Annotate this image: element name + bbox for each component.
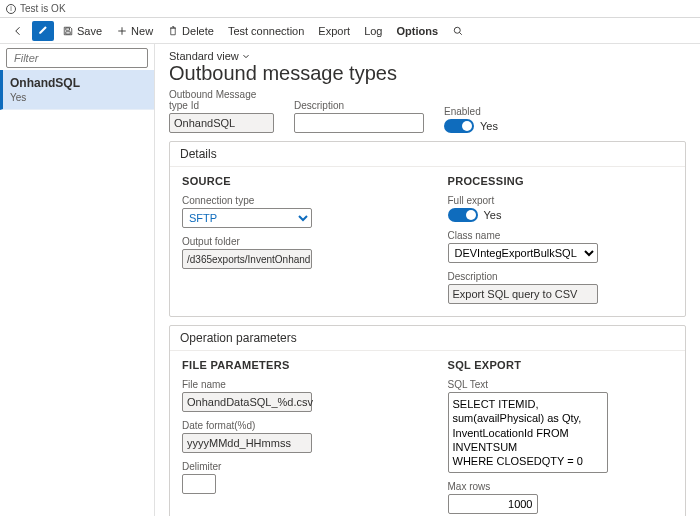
- view-selector-label: Standard view: [169, 50, 239, 62]
- info-icon: i: [6, 4, 16, 14]
- delimiter-label: Delimiter: [182, 461, 408, 472]
- titlebar-text: Test is OK: [20, 3, 66, 14]
- desc-label: Description: [294, 100, 424, 111]
- delete-button[interactable]: Delete: [161, 22, 220, 40]
- options-button[interactable]: Options: [390, 22, 444, 40]
- page-title: Outbound message types: [169, 62, 686, 85]
- options-label: Options: [396, 25, 438, 37]
- processing-group-label: PROCESSING: [448, 175, 674, 187]
- output-folder-value: /d365exports/InventOnhand: [182, 249, 312, 269]
- sidebar-item-sub: Yes: [10, 92, 146, 103]
- file-name-label: File name: [182, 379, 312, 390]
- details-desc-label: Description: [448, 271, 598, 282]
- file-params-group-label: FILE PARAMETERS: [182, 359, 408, 371]
- max-rows-label: Max rows: [448, 481, 538, 492]
- delimiter-input[interactable]: [182, 474, 216, 494]
- trash-icon: [167, 25, 179, 37]
- back-arrow-icon: [12, 25, 24, 37]
- full-export-label: Full export: [448, 195, 674, 206]
- search-button[interactable]: [446, 22, 470, 40]
- date-format-value: yyyyMMdd_HHmmss: [182, 433, 312, 453]
- new-button[interactable]: New: [110, 22, 159, 40]
- export-button[interactable]: Export: [312, 22, 356, 40]
- svg-point-0: [454, 27, 460, 33]
- section-operation-title: Operation parameters: [170, 326, 685, 351]
- enabled-value: Yes: [480, 120, 498, 132]
- save-icon: [62, 25, 74, 37]
- main-panel: Standard view Outbound message types Out…: [155, 44, 700, 516]
- full-export-toggle[interactable]: [448, 208, 478, 222]
- edit-button[interactable]: [32, 21, 54, 41]
- class-name-label: Class name: [448, 230, 598, 241]
- desc-input[interactable]: [294, 113, 424, 133]
- export-label: Export: [318, 25, 350, 37]
- section-operation: Operation parameters FILE PARAMETERS Fil…: [169, 325, 686, 516]
- test-connection-label: Test connection: [228, 25, 304, 37]
- details-desc-value: Export SQL query to CSV: [448, 284, 598, 304]
- sql-text-label: SQL Text: [448, 379, 608, 390]
- log-button[interactable]: Log: [358, 22, 388, 40]
- section-details: Details SOURCE Connection type SFTP Outp…: [169, 141, 686, 317]
- titlebar: i Test is OK: [0, 0, 700, 18]
- save-button[interactable]: Save: [56, 22, 108, 40]
- connection-type-select[interactable]: SFTP: [182, 208, 312, 228]
- test-connection-button[interactable]: Test connection: [222, 22, 310, 40]
- class-name-select[interactable]: DEVIntegExportBulkSQL: [448, 243, 598, 263]
- filter-input[interactable]: [14, 52, 153, 64]
- view-selector[interactable]: Standard view: [169, 50, 251, 62]
- sidebar: OnhandSQL Yes: [0, 44, 155, 516]
- section-details-title: Details: [170, 142, 685, 167]
- sidebar-item-name: OnhandSQL: [10, 76, 146, 90]
- filter-box[interactable]: [6, 48, 148, 68]
- sql-text-area[interactable]: SELECT ITEMID, sum(availPhysical) as Qty…: [448, 392, 608, 473]
- save-label: Save: [77, 25, 102, 37]
- enabled-label: Enabled: [444, 106, 498, 117]
- id-value: OnhandSQL: [169, 113, 274, 133]
- log-label: Log: [364, 25, 382, 37]
- delete-label: Delete: [182, 25, 214, 37]
- file-name-value: OnhandDataSQL_%d.csv: [182, 392, 312, 412]
- sidebar-item-onhandsql[interactable]: OnhandSQL Yes: [0, 70, 154, 110]
- edit-icon: [37, 24, 49, 36]
- source-group-label: SOURCE: [182, 175, 408, 187]
- date-format-label: Date format(%d): [182, 420, 312, 431]
- plus-icon: [116, 25, 128, 37]
- id-label: Outbound Message type Id: [169, 89, 274, 111]
- enabled-toggle[interactable]: [444, 119, 474, 133]
- sql-export-group-label: SQL EXPORT: [448, 359, 674, 371]
- chevron-down-icon: [241, 51, 251, 61]
- back-button[interactable]: [6, 22, 30, 40]
- output-folder-label: Output folder: [182, 236, 312, 247]
- search-icon: [452, 25, 464, 37]
- full-export-value: Yes: [484, 209, 502, 221]
- new-label: New: [131, 25, 153, 37]
- max-rows-input[interactable]: [448, 494, 538, 514]
- connection-type-label: Connection type: [182, 195, 312, 206]
- toolbar: Save New Delete Test connection Export L…: [0, 18, 700, 44]
